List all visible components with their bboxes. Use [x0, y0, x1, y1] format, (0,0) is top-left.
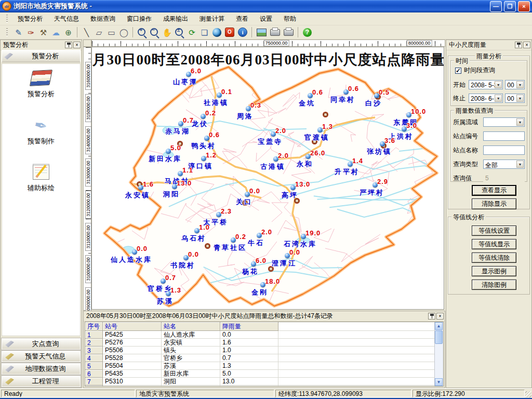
- chevron-down-icon[interactable]: ▼: [516, 81, 524, 88]
- chevron-down-icon[interactable]: ▼: [516, 118, 524, 126]
- menu-item-9[interactable]: 帮助: [278, 13, 302, 25]
- isoline-button-1[interactable]: 等值线设置: [472, 225, 516, 236]
- table-row[interactable]: 8P5447马战村1.1: [85, 385, 435, 386]
- pan-icon[interactable]: ✋: [161, 26, 173, 38]
- query-value-field-row: 查询值5: [453, 173, 525, 183]
- time-range-checkbox[interactable]: [455, 68, 461, 74]
- station-id-input[interactable]: [483, 131, 525, 141]
- column-header-2[interactable]: 站号: [103, 322, 162, 331]
- isoline-button-4[interactable]: 显示图例: [472, 266, 516, 276]
- close-icon[interactable]: ×: [73, 42, 81, 48]
- close-icon[interactable]: ×: [523, 42, 530, 48]
- start-hour-select[interactable]: 00 ▼: [505, 80, 525, 89]
- station-name-input[interactable]: [483, 145, 525, 155]
- isoline-button-3[interactable]: 等值线清除: [472, 252, 516, 263]
- hammer-tool-icon[interactable]: ⚒: [37, 26, 49, 38]
- export-image-icon[interactable]: [257, 29, 267, 36]
- sidebar-item-2[interactable]: 预警天气信息: [2, 351, 81, 362]
- cell: 仙人造水库: [162, 331, 220, 339]
- refresh-view-icon[interactable]: ⟳: [186, 26, 198, 38]
- menu-item-3[interactable]: 数据查询: [85, 13, 121, 25]
- copy-layers-icon[interactable]: ❏: [198, 26, 210, 38]
- column-header-1[interactable]: 序号: [85, 322, 103, 331]
- line-draw-icon[interactable]: ╲: [81, 26, 92, 38]
- menu-item-5[interactable]: 成果输出: [157, 13, 194, 25]
- grid-scrollbar[interactable]: ▲ ▼: [434, 322, 443, 386]
- basin-select[interactable]: ▼: [483, 117, 525, 127]
- sidebar-tool-2[interactable]: ✒预警制作: [2, 116, 80, 146]
- print-setup-icon[interactable]: [284, 29, 294, 36]
- zoom-in-icon[interactable]: +: [136, 26, 148, 38]
- sidebar-item-4[interactable]: 工程管理: [2, 376, 81, 387]
- scroll-down-icon[interactable]: ▼: [435, 378, 443, 386]
- table-row[interactable]: 6P5435新田水库5.0: [85, 370, 435, 378]
- table-row[interactable]: 3P5506镇头1.0: [85, 347, 435, 354]
- menu-item-7[interactable]: 查看: [230, 13, 254, 25]
- station-value: 2.0: [261, 228, 272, 236]
- ellipse-draw-icon[interactable]: ◯: [118, 26, 130, 38]
- table-row[interactable]: 1P5425仙人造水库0.0: [85, 331, 435, 339]
- sidebar-item-3[interactable]: 地理数据查询: [2, 363, 81, 375]
- warning-brush-icon[interactable]: ✑: [25, 26, 37, 38]
- table-row[interactable]: 5P5504苏溪1.3: [85, 362, 435, 370]
- isoline-button-2[interactable]: 等值线显示: [472, 239, 516, 249]
- minimize-button[interactable]: —: [490, 1, 502, 12]
- sidebar-tool-1[interactable]: 预警分析: [2, 70, 80, 99]
- close-icon[interactable]: ×: [436, 313, 444, 320]
- stop-icon[interactable]: O: [225, 28, 234, 37]
- station-value: 2.0: [275, 127, 286, 135]
- chevron-down-icon[interactable]: ▼: [495, 95, 502, 102]
- restore-button[interactable]: ❐: [504, 1, 516, 12]
- menu-item-1[interactable]: 预警分析: [12, 13, 48, 25]
- sidebar-item-1[interactable]: 灾点查询: [2, 338, 81, 350]
- rectangle-draw-icon[interactable]: ▭: [105, 26, 117, 38]
- view-display-button[interactable]: 查看显示: [472, 185, 516, 196]
- scroll-up-icon[interactable]: ▲: [435, 322, 443, 330]
- info-icon[interactable]: i: [238, 28, 247, 37]
- sidebar-tool-3[interactable]: 辅助标绘: [2, 164, 80, 193]
- end-hour-select[interactable]: 00 ▼: [505, 94, 525, 103]
- menu-item-6[interactable]: 测量计算: [194, 13, 230, 25]
- center-locate-icon[interactable]: ⊕: [62, 26, 74, 38]
- print-icon[interactable]: [270, 29, 280, 36]
- cloud-weather-icon[interactable]: ☁: [50, 26, 62, 38]
- pin-icon[interactable]: [65, 42, 72, 48]
- chevron-down-icon[interactable]: ▼: [516, 95, 524, 102]
- pin-icon[interactable]: [428, 313, 435, 320]
- ruler-label: 3130000.00: [85, 158, 91, 187]
- start-date-select[interactable]: 2008- 5-30 ▼: [469, 80, 503, 89]
- chevron-down-icon[interactable]: ▼: [516, 161, 524, 168]
- window-titlebar[interactable]: dr 浏阳市地质灾害预警系统 - — ❐ ×: [0, 0, 532, 12]
- table-row[interactable]: 7P5310洞阳13.0: [85, 378, 435, 385]
- isoline-button-5[interactable]: 清除图例: [472, 280, 516, 290]
- table-row[interactable]: 4P5528官桥乡0.7: [85, 354, 435, 362]
- menu-item-4[interactable]: 窗口操作: [121, 13, 157, 25]
- resize-grip[interactable]: [525, 391, 531, 397]
- station-name: 张坊镇: [367, 147, 392, 156]
- pin-icon[interactable]: [515, 42, 522, 48]
- toolbar-grip[interactable]: [6, 28, 8, 36]
- zoom-extent-icon[interactable]: ±: [174, 26, 185, 38]
- menu-grip[interactable]: [6, 15, 8, 23]
- query-type-select[interactable]: 全部▼: [483, 159, 525, 169]
- polygon-draw-icon[interactable]: ▱: [93, 26, 105, 38]
- aux-plot-notepad-icon: [33, 164, 49, 180]
- globe-icon[interactable]: [212, 28, 221, 37]
- scrollbar-thumb[interactable]: [435, 330, 443, 344]
- column-header-3[interactable]: 站名: [162, 322, 220, 331]
- cell: 5.0: [220, 370, 278, 378]
- menu-item-2[interactable]: 天气信息: [48, 13, 85, 25]
- sidebar-group-warning-analysis[interactable]: 预警分析: [2, 50, 81, 62]
- station-name: 山枣潭: [173, 77, 198, 87]
- help-icon[interactable]: ?: [303, 28, 312, 37]
- menu-item-8[interactable]: 设置: [254, 13, 278, 25]
- warning-analysis-icon[interactable]: ✎: [12, 26, 24, 38]
- close-button[interactable]: ×: [518, 1, 530, 12]
- column-header-4[interactable]: 降雨量: [220, 322, 278, 331]
- table-row[interactable]: 2P5276永安镇1.6: [85, 339, 435, 347]
- map-canvas[interactable]: 5月30日00时至2008年06月03日00时中小尺度站点降雨量 6.0山枣潭0…: [91, 47, 444, 310]
- clear-display-button[interactable]: 清除显示: [472, 198, 516, 209]
- end-date-select[interactable]: 2008- 6- 3 ▼: [469, 94, 503, 103]
- zoom-out-icon[interactable]: −: [149, 26, 161, 38]
- chevron-down-icon[interactable]: ▼: [495, 81, 502, 88]
